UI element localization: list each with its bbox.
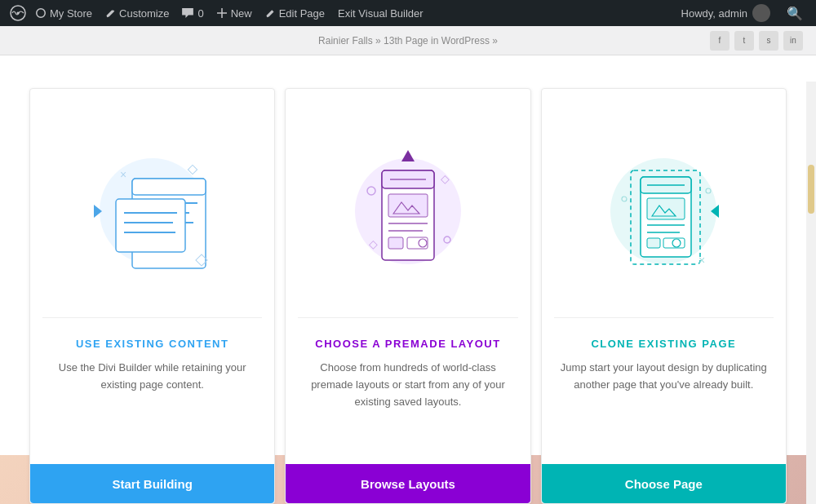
use-existing-card: × × ×	[29, 88, 275, 504]
svg-rect-42	[647, 238, 660, 248]
svg-text:◇: ◇	[441, 172, 450, 185]
cards-container: × × ×	[24, 88, 792, 504]
use-existing-illustration: × × ×	[30, 89, 274, 317]
howdy-text: Howdy, admin	[675, 4, 777, 22]
svg-text:◇: ◇	[369, 237, 378, 250]
social-icons: f t s in	[710, 31, 803, 51]
scrollbar-thumb[interactable]	[808, 165, 814, 214]
customize-link[interactable]: Customize	[99, 0, 175, 26]
svg-rect-28	[388, 237, 403, 249]
clone-page-card: ×	[541, 88, 787, 504]
search-icon[interactable]: 🔍	[780, 6, 809, 21]
my-store-link[interactable]: My Store	[29, 0, 99, 26]
card-3-title: CLONE EXISTING PAGE	[591, 338, 736, 350]
card-1-title: USE EXISTING CONTENT	[76, 338, 228, 350]
card-1-desc: Use the Divi Builder while retaining you…	[47, 360, 258, 394]
admin-bar-right: Howdy, admin 🔍	[675, 4, 809, 22]
admin-avatar	[752, 4, 770, 22]
wordpress-icon[interactable]	[7, 0, 29, 26]
main-content: × × ×	[0, 55, 816, 504]
comments-link[interactable]: 0	[175, 0, 210, 26]
linkedin-icon[interactable]: in	[783, 31, 803, 51]
exit-builder-link[interactable]: Exit Visual Builder	[331, 0, 430, 26]
svg-rect-16	[188, 165, 197, 174]
card-3-desc: Jump start your layout design by duplica…	[558, 360, 769, 394]
clone-page-illustration: ×	[542, 89, 786, 317]
svg-rect-7	[132, 179, 206, 195]
breadcrumb: Rainier Falls » 13th Page in WordPress »	[318, 35, 498, 46]
choose-layout-card: ◇ ◇	[285, 88, 530, 504]
card-1-content: USE EXISTING CONTENT Use the Divi Builde…	[30, 318, 274, 464]
card-2-title: CHOOSE A PREMADE LAYOUT	[315, 338, 500, 350]
page-scrollbar[interactable]	[806, 82, 816, 504]
svg-text:×: ×	[120, 168, 126, 181]
edit-page-link[interactable]: Edit Page	[259, 0, 331, 26]
new-link[interactable]: New	[211, 0, 259, 26]
svg-text:×: ×	[698, 254, 705, 267]
browse-layouts-button[interactable]: Browse Layouts	[286, 464, 530, 503]
card-3-content: CLONE EXISTING PAGE Jump start your layo…	[542, 318, 786, 464]
choose-layout-illustration: ◇ ◇	[286, 89, 530, 317]
facebook-icon[interactable]: f	[710, 31, 730, 51]
card-2-content: CHOOSE A PREMADE LAYOUT Choose from hund…	[286, 318, 530, 464]
twitter-icon[interactable]: t	[734, 31, 754, 51]
svg-point-1	[17, 12, 20, 15]
share-icon[interactable]: s	[759, 31, 778, 51]
start-building-button[interactable]: Start Building	[30, 464, 274, 503]
svg-rect-11	[116, 199, 185, 252]
breadcrumb-bar: Rainier Falls » 13th Page in WordPress »…	[0, 26, 816, 55]
card-2-desc: Choose from hundreds of world-class prem…	[302, 360, 513, 410]
admin-bar: My Store Customize 0 New Edit Page Exit …	[0, 0, 816, 26]
choose-page-button[interactable]: Choose Page	[542, 464, 786, 503]
